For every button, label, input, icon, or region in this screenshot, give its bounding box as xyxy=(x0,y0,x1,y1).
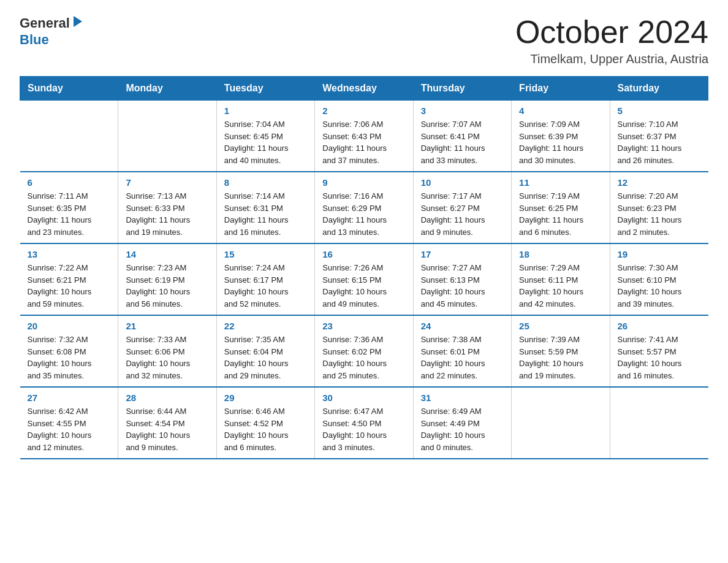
calendar-day-cell: 30Sunrise: 6:47 AM Sunset: 4:50 PM Dayli… xyxy=(315,387,413,459)
day-number: 24 xyxy=(421,321,504,331)
logo: General Blue xyxy=(20,15,83,48)
day-info: Sunrise: 7:09 AM Sunset: 6:39 PM Dayligh… xyxy=(519,118,602,166)
calendar-week-row: 20Sunrise: 7:32 AM Sunset: 6:08 PM Dayli… xyxy=(20,315,708,387)
calendar-day-cell: 11Sunrise: 7:19 AM Sunset: 6:25 PM Dayli… xyxy=(512,172,610,243)
day-number: 11 xyxy=(519,177,602,188)
day-number: 23 xyxy=(322,321,405,331)
day-info: Sunrise: 7:24 AM Sunset: 6:17 PM Dayligh… xyxy=(224,262,307,310)
day-info: Sunrise: 6:42 AM Sunset: 4:55 PM Dayligh… xyxy=(28,405,111,453)
day-info: Sunrise: 7:38 AM Sunset: 6:01 PM Dayligh… xyxy=(421,334,504,381)
day-number: 17 xyxy=(421,249,504,259)
calendar-day-cell: 12Sunrise: 7:20 AM Sunset: 6:23 PM Dayli… xyxy=(610,172,708,243)
day-info: Sunrise: 6:44 AM Sunset: 4:54 PM Dayligh… xyxy=(126,405,208,453)
weekday-header-tuesday: Tuesday xyxy=(216,77,314,101)
day-info: Sunrise: 7:19 AM Sunset: 6:25 PM Dayligh… xyxy=(519,190,602,238)
main-title: October 2024 xyxy=(515,15,708,50)
day-number: 12 xyxy=(618,177,701,188)
calendar-day-cell: 13Sunrise: 7:22 AM Sunset: 6:21 PM Dayli… xyxy=(20,243,118,315)
calendar-header-row: SundayMondayTuesdayWednesdayThursdayFrid… xyxy=(20,77,708,101)
calendar-day-cell xyxy=(610,387,708,459)
calendar-day-cell xyxy=(512,387,610,459)
weekday-header-saturday: Saturday xyxy=(610,77,708,101)
day-info: Sunrise: 7:13 AM Sunset: 6:33 PM Dayligh… xyxy=(126,190,208,238)
calendar-day-cell: 7Sunrise: 7:13 AM Sunset: 6:33 PM Daylig… xyxy=(118,172,216,243)
day-info: Sunrise: 7:17 AM Sunset: 6:27 PM Dayligh… xyxy=(421,190,504,238)
calendar-day-cell: 6Sunrise: 7:11 AM Sunset: 6:35 PM Daylig… xyxy=(20,172,118,243)
day-number: 25 xyxy=(519,321,602,331)
day-number: 7 xyxy=(126,177,208,188)
calendar-week-row: 27Sunrise: 6:42 AM Sunset: 4:55 PM Dayli… xyxy=(20,387,708,459)
calendar-day-cell: 9Sunrise: 7:16 AM Sunset: 6:29 PM Daylig… xyxy=(315,172,413,243)
calendar-day-cell: 14Sunrise: 7:23 AM Sunset: 6:19 PM Dayli… xyxy=(118,243,216,315)
weekday-header-wednesday: Wednesday xyxy=(315,77,413,101)
subtitle: Timelkam, Upper Austria, Austria xyxy=(515,52,708,66)
day-info: Sunrise: 7:10 AM Sunset: 6:37 PM Dayligh… xyxy=(618,118,701,166)
calendar-week-row: 13Sunrise: 7:22 AM Sunset: 6:21 PM Dayli… xyxy=(20,243,708,315)
day-number: 20 xyxy=(28,321,111,331)
day-number: 1 xyxy=(224,105,307,116)
calendar-day-cell: 4Sunrise: 7:09 AM Sunset: 6:39 PM Daylig… xyxy=(512,101,610,172)
calendar-table: SundayMondayTuesdayWednesdayThursdayFrid… xyxy=(20,76,708,459)
day-info: Sunrise: 7:30 AM Sunset: 6:10 PM Dayligh… xyxy=(618,262,701,310)
day-info: Sunrise: 7:11 AM Sunset: 6:35 PM Dayligh… xyxy=(28,190,111,238)
calendar-day-cell: 24Sunrise: 7:38 AM Sunset: 6:01 PM Dayli… xyxy=(413,315,511,387)
day-info: Sunrise: 7:39 AM Sunset: 5:59 PM Dayligh… xyxy=(519,334,602,381)
calendar-day-cell xyxy=(20,101,118,172)
calendar-day-cell: 25Sunrise: 7:39 AM Sunset: 5:59 PM Dayli… xyxy=(512,315,610,387)
calendar-day-cell: 18Sunrise: 7:29 AM Sunset: 6:11 PM Dayli… xyxy=(512,243,610,315)
day-number: 22 xyxy=(224,321,307,331)
calendar-day-cell xyxy=(118,101,216,172)
logo-triangle-icon xyxy=(71,15,83,28)
calendar-day-cell: 20Sunrise: 7:32 AM Sunset: 6:08 PM Dayli… xyxy=(20,315,118,387)
day-info: Sunrise: 6:46 AM Sunset: 4:52 PM Dayligh… xyxy=(224,405,307,453)
title-block: October 2024 Timelkam, Upper Austria, Au… xyxy=(515,15,708,66)
calendar-day-cell: 17Sunrise: 7:27 AM Sunset: 6:13 PM Dayli… xyxy=(413,243,511,315)
calendar-day-cell: 3Sunrise: 7:07 AM Sunset: 6:41 PM Daylig… xyxy=(413,101,511,172)
day-info: Sunrise: 7:27 AM Sunset: 6:13 PM Dayligh… xyxy=(421,262,504,310)
day-info: Sunrise: 7:35 AM Sunset: 6:04 PM Dayligh… xyxy=(224,334,307,381)
day-number: 4 xyxy=(519,105,602,116)
day-number: 9 xyxy=(322,177,405,188)
weekday-header-monday: Monday xyxy=(118,77,216,101)
day-info: Sunrise: 7:26 AM Sunset: 6:15 PM Dayligh… xyxy=(322,262,405,310)
calendar-day-cell: 29Sunrise: 6:46 AM Sunset: 4:52 PM Dayli… xyxy=(216,387,314,459)
day-info: Sunrise: 7:07 AM Sunset: 6:41 PM Dayligh… xyxy=(421,118,504,166)
day-info: Sunrise: 6:47 AM Sunset: 4:50 PM Dayligh… xyxy=(322,405,405,453)
day-info: Sunrise: 7:20 AM Sunset: 6:23 PM Dayligh… xyxy=(618,190,701,238)
day-info: Sunrise: 7:16 AM Sunset: 6:29 PM Dayligh… xyxy=(322,190,405,238)
day-number: 16 xyxy=(322,249,405,259)
day-number: 30 xyxy=(322,393,405,403)
day-number: 2 xyxy=(322,105,405,116)
page-header: General Blue October 2024 Timelkam, Uppe… xyxy=(20,15,708,66)
day-number: 15 xyxy=(224,249,307,259)
day-number: 19 xyxy=(618,249,701,259)
logo-general-text: General xyxy=(20,15,70,31)
day-number: 31 xyxy=(421,393,504,403)
day-number: 5 xyxy=(618,105,701,116)
day-number: 28 xyxy=(126,393,208,403)
day-number: 26 xyxy=(618,321,701,331)
day-info: Sunrise: 7:04 AM Sunset: 6:45 PM Dayligh… xyxy=(224,118,307,166)
calendar-day-cell: 16Sunrise: 7:26 AM Sunset: 6:15 PM Dayli… xyxy=(315,243,413,315)
weekday-header-friday: Friday xyxy=(512,77,610,101)
calendar-day-cell: 15Sunrise: 7:24 AM Sunset: 6:17 PM Dayli… xyxy=(216,243,314,315)
calendar-day-cell: 5Sunrise: 7:10 AM Sunset: 6:37 PM Daylig… xyxy=(610,101,708,172)
day-info: Sunrise: 7:29 AM Sunset: 6:11 PM Dayligh… xyxy=(519,262,602,310)
day-number: 29 xyxy=(224,393,307,403)
calendar-day-cell: 26Sunrise: 7:41 AM Sunset: 5:57 PM Dayli… xyxy=(610,315,708,387)
weekday-header-sunday: Sunday xyxy=(20,77,118,101)
day-info: Sunrise: 7:22 AM Sunset: 6:21 PM Dayligh… xyxy=(28,262,111,310)
day-info: Sunrise: 7:41 AM Sunset: 5:57 PM Dayligh… xyxy=(618,334,701,381)
calendar-day-cell: 10Sunrise: 7:17 AM Sunset: 6:27 PM Dayli… xyxy=(413,172,511,243)
day-info: Sunrise: 7:23 AM Sunset: 6:19 PM Dayligh… xyxy=(126,262,208,310)
calendar-day-cell: 31Sunrise: 6:49 AM Sunset: 4:49 PM Dayli… xyxy=(413,387,511,459)
calendar-day-cell: 2Sunrise: 7:06 AM Sunset: 6:43 PM Daylig… xyxy=(315,101,413,172)
day-info: Sunrise: 7:33 AM Sunset: 6:06 PM Dayligh… xyxy=(126,334,208,381)
logo-blue-text: Blue xyxy=(20,32,49,47)
day-number: 3 xyxy=(421,105,504,116)
day-number: 18 xyxy=(519,249,602,259)
day-number: 27 xyxy=(28,393,111,403)
calendar-day-cell: 28Sunrise: 6:44 AM Sunset: 4:54 PM Dayli… xyxy=(118,387,216,459)
calendar-day-cell: 21Sunrise: 7:33 AM Sunset: 6:06 PM Dayli… xyxy=(118,315,216,387)
calendar-day-cell: 1Sunrise: 7:04 AM Sunset: 6:45 PM Daylig… xyxy=(216,101,314,172)
